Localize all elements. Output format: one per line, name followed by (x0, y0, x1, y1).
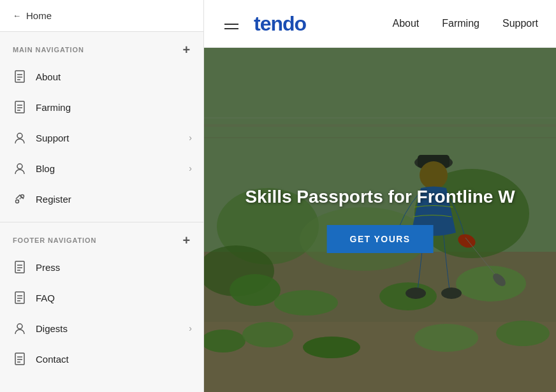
header-nav: About Farming Support (392, 18, 538, 29)
about-icon (13, 69, 27, 83)
hero-title: Skills Passports for Frontline W (222, 187, 539, 207)
footer-nav-section-header: FOOTER NAVIGATION + (0, 222, 203, 252)
svg-point-11 (21, 195, 24, 198)
sidebar-item-digests-label: Digests (36, 323, 68, 334)
hero-section: Skills Passports for Frontline W GET YOU… (204, 48, 556, 392)
sidebar-item-press[interactable]: Press (0, 252, 203, 282)
sidebar-item-support-label: Support (36, 133, 70, 143)
svg-point-8 (17, 133, 22, 138)
sidebar-item-register-label: Register (36, 194, 71, 205)
sidebar-item-blog[interactable]: Blog › (0, 153, 203, 184)
sidebar-item-about-label: About (36, 71, 61, 82)
svg-point-20 (17, 324, 22, 329)
contact-icon (13, 352, 27, 366)
svg-rect-21 (15, 353, 24, 365)
sidebar-item-blog-label: Blog (36, 163, 55, 174)
sidebar-item-faq-label: FAQ (36, 293, 55, 303)
sidebar-home-label: Home (26, 10, 52, 21)
hero-content: Skills Passports for Frontline W GET YOU… (222, 187, 539, 253)
hamburger-line-1 (224, 24, 238, 25)
svg-point-10 (16, 200, 19, 203)
sidebar-item-register[interactable]: Register (0, 184, 203, 214)
svg-point-9 (17, 164, 22, 169)
digests-chevron-icon: › (189, 323, 192, 333)
farming-icon (13, 100, 27, 114)
sidebar-item-contact[interactable]: Contact (0, 344, 203, 374)
header-nav-about[interactable]: About (392, 18, 419, 29)
header-nav-support[interactable]: Support (502, 18, 538, 29)
faq-icon (13, 291, 27, 305)
sidebar-item-farming-label: Farming (36, 102, 71, 113)
digests-icon (13, 321, 27, 335)
hamburger-menu[interactable] (222, 21, 241, 32)
sidebar-item-farming[interactable]: Farming (0, 92, 203, 122)
cta-button[interactable]: GET YOURS (327, 225, 434, 253)
sidebar-item-press-label: Press (36, 262, 60, 273)
sidebar: ← Home MAIN NAVIGATION + About (0, 0, 204, 392)
sidebar-item-support[interactable]: Support › (0, 122, 203, 153)
blog-chevron-icon: › (189, 163, 192, 173)
support-chevron-icon: › (189, 133, 192, 143)
logo-text: tendo (254, 12, 306, 35)
footer-nav-label: FOOTER NAVIGATION (13, 236, 96, 244)
sidebar-item-about[interactable]: About (0, 61, 203, 92)
register-icon (13, 192, 27, 206)
main-nav-section-header: MAIN NAVIGATION + (0, 32, 203, 61)
svg-rect-16 (15, 292, 24, 303)
header-nav-farming[interactable]: Farming (442, 18, 479, 29)
main-content: tendo About Farming Support (204, 0, 556, 392)
hamburger-line-2 (224, 28, 238, 29)
blog-icon (13, 161, 27, 175)
sidebar-item-contact-label: Contact (36, 354, 69, 365)
site-header: tendo About Farming Support (204, 0, 556, 48)
site-logo[interactable]: tendo (254, 12, 306, 36)
press-icon (13, 260, 27, 274)
sidebar-home-link[interactable]: ← Home (0, 0, 203, 32)
back-arrow-icon: ← (13, 11, 21, 20)
main-nav-add-button[interactable]: + (182, 43, 191, 56)
sidebar-item-digests[interactable]: Digests › (0, 313, 203, 344)
svg-rect-12 (15, 261, 24, 273)
main-nav-label: MAIN NAVIGATION (13, 46, 84, 54)
footer-nav-add-button[interactable]: + (182, 234, 191, 247)
svg-rect-0 (15, 71, 24, 82)
support-icon (13, 131, 27, 145)
sidebar-item-faq[interactable]: FAQ (0, 282, 203, 313)
svg-rect-4 (15, 101, 24, 113)
